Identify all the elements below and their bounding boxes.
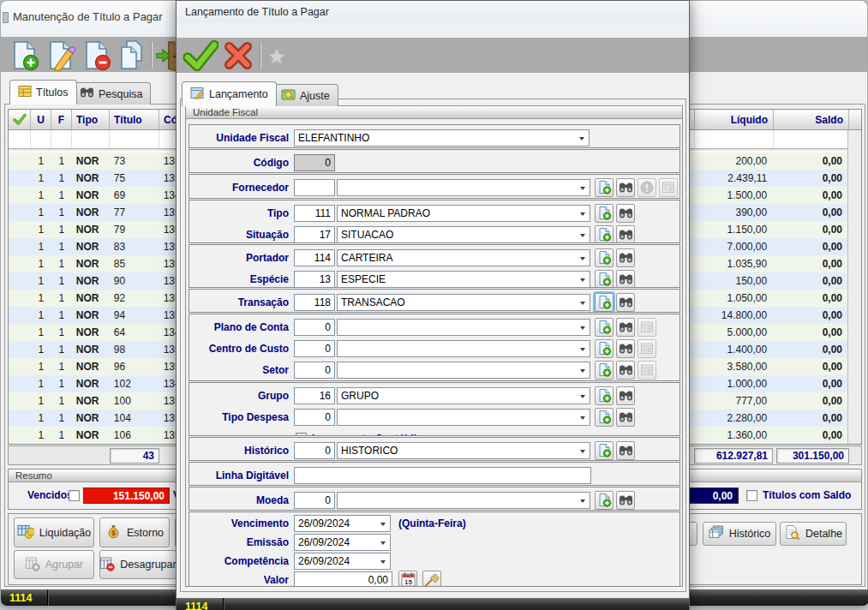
moeda-search-binoculars-icon[interactable] bbox=[616, 491, 635, 510]
lancamento-contabil-checkbox[interactable] bbox=[296, 433, 307, 436]
centro-de-custo-code-input[interactable]: 0 bbox=[294, 340, 335, 357]
setor-new-record-icon[interactable] bbox=[595, 361, 614, 380]
valor-calendar-button[interactable]: 15 bbox=[398, 571, 417, 588]
agrupar-button[interactable]: Agrupar bbox=[14, 550, 94, 579]
column-header-tipo[interactable]: Tipo bbox=[72, 110, 110, 129]
tipo-despesa-search-binoculars-icon[interactable] bbox=[616, 408, 635, 427]
lancamento-titlebar[interactable]: Lançamento de Título a Pagar bbox=[177, 1, 689, 23]
historico-new-record-icon[interactable] bbox=[595, 441, 614, 460]
tipo-code-input[interactable]: 111 bbox=[294, 205, 335, 222]
filter-cell-tipo[interactable] bbox=[72, 130, 110, 148]
grupo-new-record-icon[interactable] bbox=[595, 386, 614, 405]
filter-cell-titulo[interactable] bbox=[110, 130, 159, 148]
liquidacao-button[interactable]: Liquidação bbox=[14, 517, 94, 547]
especie-search-binoculars-icon[interactable] bbox=[616, 270, 635, 289]
fornecedor-code-input[interactable] bbox=[294, 179, 335, 196]
edit-document-icon[interactable] bbox=[44, 39, 76, 71]
transacao-combo[interactable]: TRANSACAO bbox=[337, 294, 590, 311]
tipo-new-record-icon[interactable] bbox=[595, 204, 614, 223]
portador-combo[interactable]: CARTEIRA bbox=[337, 249, 590, 266]
desagrupar-button[interactable]: Desagrupar bbox=[99, 550, 177, 579]
filter-cell-saldo[interactable] bbox=[774, 130, 849, 148]
plano-de-conta-code-input[interactable]: 0 bbox=[294, 319, 335, 336]
estorno-button[interactable]: $ Estorno bbox=[99, 517, 170, 547]
valor-input[interactable]: 0,00 bbox=[294, 571, 392, 588]
column-header-select[interactable] bbox=[9, 110, 31, 129]
historico-search-binoculars-icon[interactable] bbox=[616, 441, 635, 460]
delete-document-icon[interactable] bbox=[80, 39, 112, 71]
column-header-saldo[interactable]: Saldo bbox=[774, 110, 849, 129]
tab-lancamento[interactable]: Lançamento bbox=[182, 81, 277, 106]
portador-code-input[interactable]: 114 bbox=[294, 249, 335, 266]
portador-search-binoculars-icon[interactable] bbox=[616, 248, 635, 267]
column-header-titulo[interactable]: Título bbox=[110, 110, 159, 129]
situacao-new-record-icon[interactable] bbox=[595, 225, 614, 244]
situacao-search-binoculars-icon[interactable] bbox=[616, 225, 635, 244]
setor-combo[interactable] bbox=[337, 362, 590, 379]
tab-ajuste[interactable]: Ajuste bbox=[272, 84, 338, 106]
vencimento-date-combo[interactable]: 26/09/2024 bbox=[294, 515, 391, 532]
plano-de-conta-new-record-icon[interactable] bbox=[595, 318, 614, 337]
moeda-new-record-icon[interactable] bbox=[595, 491, 614, 510]
fornecedor-search-binoculars-icon[interactable] bbox=[616, 178, 635, 197]
emissao-date-combo[interactable]: 26/09/2024 bbox=[294, 534, 391, 551]
transacao-new-record-icon[interactable] bbox=[595, 293, 614, 312]
tipo-despesa-combo[interactable] bbox=[337, 409, 590, 426]
transacao-search-binoculars-icon[interactable] bbox=[616, 293, 635, 312]
especie-code-input[interactable]: 13 bbox=[294, 271, 335, 288]
filter-cell-u[interactable] bbox=[31, 130, 51, 148]
unidade-fiscal-combo[interactable]: ELEFANTINHO bbox=[294, 129, 590, 147]
vencidos-checkbox[interactable] bbox=[69, 490, 80, 501]
centro-de-custo-combo[interactable] bbox=[337, 340, 590, 357]
historico-icon bbox=[709, 525, 724, 542]
filter-cell-sel[interactable] bbox=[9, 130, 31, 148]
grupo-combo[interactable]: GRUPO bbox=[337, 387, 590, 404]
fornecedor-new-record-icon[interactable] bbox=[595, 178, 614, 197]
grupo-code-input[interactable]: 16 bbox=[294, 387, 335, 404]
tab-titulos[interactable]: Títulos bbox=[9, 80, 77, 105]
historico-combo[interactable]: HISTORICO bbox=[337, 442, 590, 459]
especie-combo[interactable]: ESPECIE bbox=[337, 271, 590, 288]
centro-de-custo-new-record-icon[interactable] bbox=[595, 339, 614, 358]
tab-pesquisa[interactable]: Pesquisa bbox=[71, 82, 151, 105]
moeda-code-input[interactable]: 0 bbox=[294, 492, 335, 509]
situacao-combo[interactable]: SITUACAO bbox=[337, 226, 590, 243]
setor-code-input[interactable]: 0 bbox=[294, 362, 335, 379]
situacao-code-input[interactable]: 17 bbox=[294, 226, 335, 243]
transacao-code-input[interactable]: 118 bbox=[294, 294, 335, 311]
plano-de-conta-combo[interactable] bbox=[337, 319, 590, 336]
svg-text:15: 15 bbox=[404, 578, 412, 586]
competencia-date-combo[interactable]: 26/09/2024 bbox=[294, 553, 391, 570]
grupo-search-binoculars-icon[interactable] bbox=[616, 386, 635, 405]
cell-tipo: NOR bbox=[72, 326, 110, 338]
copy-document-icon[interactable] bbox=[116, 39, 148, 71]
grid-vertical-scrollbar[interactable] bbox=[847, 130, 861, 444]
confirm-check-icon[interactable] bbox=[182, 39, 219, 72]
portador-new-record-icon[interactable] bbox=[595, 248, 614, 267]
filter-cell-liquido[interactable] bbox=[695, 130, 774, 148]
tipo-despesa-code-input[interactable]: 0 bbox=[294, 409, 335, 426]
tipo-combo[interactable]: NORMAL PADRAO bbox=[337, 205, 590, 222]
tipo-despesa-new-record-icon[interactable] bbox=[595, 408, 614, 427]
detalhe-button[interactable]: Detalhe bbox=[780, 522, 847, 546]
cancel-x-icon[interactable] bbox=[221, 39, 255, 72]
column-header-u[interactable]: U bbox=[31, 110, 51, 129]
historico-code-input[interactable]: 0 bbox=[294, 442, 335, 459]
historico-button[interactable]: Histórico bbox=[703, 522, 776, 546]
column-header-liquido[interactable]: Líquido bbox=[695, 110, 774, 129]
plano-de-conta-search-binoculars-icon[interactable] bbox=[616, 318, 635, 337]
especie-new-record-icon[interactable] bbox=[595, 270, 614, 289]
new-document-icon[interactable] bbox=[8, 39, 40, 71]
column-header-f[interactable]: F bbox=[51, 110, 72, 129]
filter-cell-f[interactable] bbox=[51, 130, 72, 148]
titulos-com-saldo-checkbox[interactable] bbox=[746, 490, 757, 501]
fornecedor-combo[interactable] bbox=[337, 179, 590, 196]
moeda-combo[interactable] bbox=[337, 492, 590, 509]
tipo-search-binoculars-icon[interactable] bbox=[616, 204, 635, 223]
favorite-star-icon[interactable] bbox=[266, 39, 288, 72]
valor-clear-broom-button[interactable] bbox=[422, 571, 441, 588]
setor-search-binoculars-icon[interactable] bbox=[616, 361, 635, 380]
centro-de-custo-search-binoculars-icon[interactable] bbox=[616, 339, 635, 358]
competencia-label: Competência bbox=[189, 555, 294, 567]
linha-digitavel-input[interactable] bbox=[294, 467, 591, 484]
